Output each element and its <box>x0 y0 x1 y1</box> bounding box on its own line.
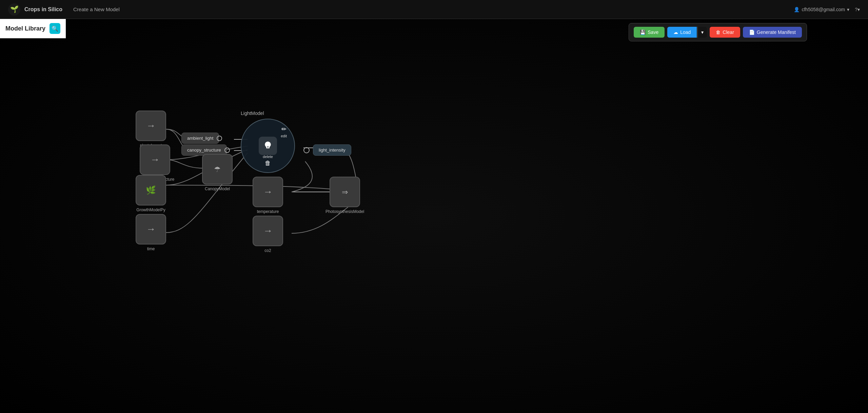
photosynthesis-box[interactable]: ⇒ <box>330 177 360 207</box>
canopy-model-node[interactable]: ☂ CanopyModel <box>202 154 233 191</box>
clear-button[interactable]: 🗑 Clear <box>710 27 740 38</box>
clear-label: Clear <box>723 29 734 35</box>
help-button[interactable]: ?▾ <box>855 7 860 12</box>
co2-node[interactable]: → co2 <box>253 216 283 253</box>
light-model-node[interactable]: ✏ edit delete 🗑 <box>241 119 295 173</box>
svg-text:☂: ☂ <box>214 165 221 174</box>
user-chevron-icon: ▾ <box>847 7 849 12</box>
canvas[interactable]: → plant_layout → init_canopy_structure 🌿… <box>0 19 868 413</box>
edit-action[interactable]: ✏ edit <box>281 125 287 138</box>
time-label: time <box>147 247 155 251</box>
model-library-header: Model Library 🔍 <box>0 19 66 38</box>
load-icon: ☁ <box>673 29 678 35</box>
user-icon: 👤 <box>794 7 800 12</box>
growth-model-label: GrowthModelPy <box>136 208 165 212</box>
navbar: 🌱 Crops in Silico Create a New Model 👤 c… <box>0 0 868 19</box>
save-button[interactable]: 💾 Save <box>634 27 665 38</box>
delete-label: delete <box>263 155 273 159</box>
app-name: Crops in Silico <box>24 6 62 13</box>
canopy-model-box[interactable]: ☂ <box>202 154 233 184</box>
co2-box[interactable]: → <box>253 216 283 246</box>
svg-text:🌱: 🌱 <box>10 5 19 13</box>
manifest-label: Generate Manifest <box>757 29 796 35</box>
canopy-structure-label: canopy_structure <box>187 148 221 153</box>
connections-svg <box>0 19 868 413</box>
navbar-right: 👤 cfh5058@gmail.com ▾ ?▾ <box>794 7 860 12</box>
plant-layout-box[interactable]: → <box>136 111 166 141</box>
time-node[interactable]: → time <box>136 214 166 251</box>
temperature-box[interactable]: → <box>253 177 283 207</box>
load-dropdown-button[interactable]: ▾ <box>697 27 707 38</box>
photosynthesis-icon: ⇒ <box>339 186 351 198</box>
edit-icon: ✏ <box>281 125 287 133</box>
save-label: Save <box>648 29 658 35</box>
user-email: cfh5058@gmail.com <box>802 7 845 12</box>
light-model-title-label: LightModel <box>241 111 264 116</box>
ambient-light-port[interactable] <box>217 136 222 141</box>
init-canopy-structure-box[interactable]: → <box>140 144 170 175</box>
app-logo: 🌱 <box>8 3 20 16</box>
photosynthesis-label: PhotosynthesisModel <box>326 209 364 214</box>
manifest-icon: 📄 <box>749 29 755 35</box>
light-model-main-icon[interactable] <box>259 137 277 155</box>
time-box[interactable]: → <box>136 214 166 244</box>
temperature-node[interactable]: → temperature <box>253 177 283 214</box>
light-intensity-label: light_intensity <box>319 148 346 153</box>
delete-icon: 🗑 <box>265 160 271 167</box>
canopy-structure-port[interactable] <box>224 148 230 153</box>
growth-model-icon: 🌿 <box>144 183 158 197</box>
load-label: Load <box>680 29 691 35</box>
plant-layout-node[interactable]: → plant_layout <box>136 111 166 148</box>
toolbar: 💾 Save ☁ Load ▾ 🗑 Clear 📄 Generate Manif… <box>629 23 807 41</box>
load-button[interactable]: ☁ Load <box>667 27 697 38</box>
svg-text:🌿: 🌿 <box>146 185 156 195</box>
clear-icon: 🗑 <box>716 29 721 35</box>
delete-action[interactable]: delete 🗑 <box>263 155 273 167</box>
user-menu[interactable]: 👤 cfh5058@gmail.com ▾ <box>794 7 849 12</box>
growth-model-box[interactable]: 🌿 <box>136 175 166 205</box>
model-library-title: Model Library <box>5 25 45 32</box>
light-intensity-box: light_intensity <box>313 144 351 156</box>
page-title: Create a New Model <box>73 6 120 12</box>
photosynthesis-node[interactable]: ⇒ PhotosynthesisModel <box>326 177 364 214</box>
light-intensity-output: light_intensity <box>303 144 351 156</box>
edit-label: edit <box>281 134 287 138</box>
canopy-model-label: CanopyModel <box>205 186 230 191</box>
ambient-light-label: ambient_light <box>187 136 213 141</box>
light-intensity-port-circle[interactable] <box>303 147 310 153</box>
model-library-search-button[interactable]: 🔍 <box>50 23 60 34</box>
ambient-light-input[interactable]: ambient_light <box>181 133 219 144</box>
light-model-container: LightModel ✏ edit delete 🗑 <box>241 111 264 119</box>
growth-model-node[interactable]: 🌿 GrowthModelPy <box>136 175 166 212</box>
canopy-model-icon: ☂ <box>211 163 223 175</box>
temperature-label: temperature <box>257 209 279 214</box>
save-icon: 💾 <box>640 29 646 35</box>
co2-label: co2 <box>264 248 271 253</box>
load-chevron-icon: ▾ <box>701 29 704 35</box>
lightbulb-icon <box>263 141 273 151</box>
svg-text:⇒: ⇒ <box>342 188 348 196</box>
generate-manifest-button[interactable]: 📄 Generate Manifest <box>743 27 802 38</box>
